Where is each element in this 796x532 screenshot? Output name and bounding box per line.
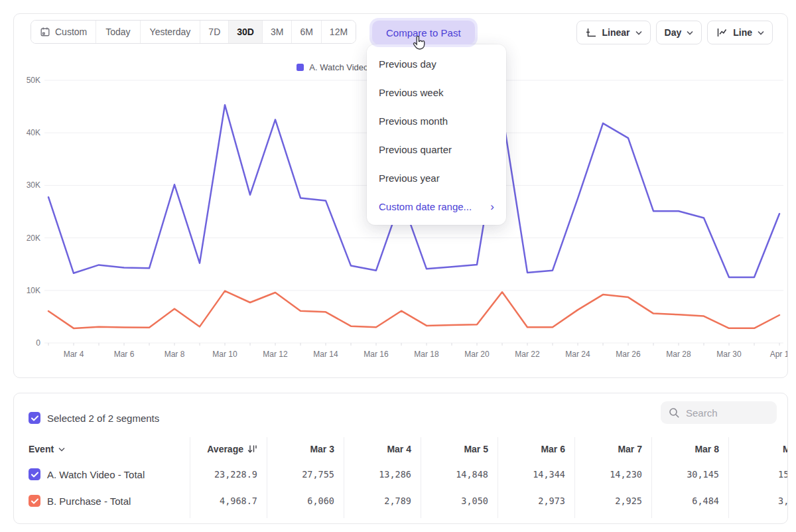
value-cell: 30,145 xyxy=(651,469,728,480)
value-cell: 27,755 xyxy=(267,469,344,480)
svg-text:Mar 8: Mar 8 xyxy=(165,350,185,359)
segments-table: Event Average Mar 3 Mar 4 Mar 5 Mar 6 xyxy=(14,437,788,514)
check-icon xyxy=(31,472,38,478)
date-column-header[interactable]: Mar 8 xyxy=(651,444,728,454)
date-range-control: Custom Today Yesterday 7D 30D 3M 6M 12M xyxy=(31,20,356,44)
value-cell: 14,848 xyxy=(421,469,498,480)
range-yesterday-button[interactable]: Yesterday xyxy=(140,21,200,43)
segments-card: Selected 2 of 2 segments Event xyxy=(13,393,788,524)
svg-text:Mar 22: Mar 22 xyxy=(515,350,540,359)
table-row-watch-video: A. Watch Video - Total 23,228.9 27,755 1… xyxy=(14,461,788,488)
date-column-header[interactable]: Mar 6 xyxy=(498,444,574,454)
value-cell: 2,789 xyxy=(344,496,421,506)
range-custom-button[interactable]: Custom xyxy=(31,21,96,43)
segment-cell: B. Purchase - Total xyxy=(14,495,190,507)
table-row-purchase: B. Purchase - Total 4,968.7 6,060 2,789 … xyxy=(14,488,788,514)
calendar-icon xyxy=(40,27,50,37)
svg-text:Mar 18: Mar 18 xyxy=(414,350,439,359)
linear-axis-icon xyxy=(585,27,597,38)
chevron-right-icon: › xyxy=(490,201,494,212)
chevron-down-icon xyxy=(635,31,642,35)
svg-text:Mar 4: Mar 4 xyxy=(64,350,84,359)
range-12m-button[interactable]: 12M xyxy=(321,21,356,43)
segment-checkbox[interactable] xyxy=(29,495,40,507)
svg-text:Mar 28: Mar 28 xyxy=(666,350,691,359)
svg-text:50K: 50K xyxy=(27,76,40,85)
chevron-down-icon xyxy=(58,447,65,452)
svg-text:Mar 16: Mar 16 xyxy=(364,350,389,359)
menu-item-previous-week[interactable]: Previous week xyxy=(367,78,506,107)
svg-text:Mar 20: Mar 20 xyxy=(464,350,490,359)
check-icon xyxy=(31,498,38,504)
date-column-header[interactable]: Mar 5 xyxy=(421,444,498,454)
compare-menu: Previous day Previous week Previous mont… xyxy=(367,44,506,225)
selected-summary: Selected 2 of 2 segments xyxy=(47,413,159,424)
legend-swatch-purple xyxy=(297,64,304,71)
search-icon xyxy=(669,407,680,419)
segment-cell: A. Watch Video - Total xyxy=(14,468,190,480)
svg-text:Mar 24: Mar 24 xyxy=(565,350,590,359)
chevron-down-icon xyxy=(687,31,693,35)
svg-text:Mar 12: Mar 12 xyxy=(263,350,288,359)
svg-text:20K: 20K xyxy=(27,233,40,243)
svg-text:10K: 10K xyxy=(27,286,40,295)
compare-to-past-button[interactable]: Compare to Past xyxy=(372,21,475,44)
svg-text:Mar 26: Mar 26 xyxy=(616,350,641,359)
average-value: 23,228.9 xyxy=(190,469,267,480)
value-cell: 2,925 xyxy=(574,496,651,506)
svg-text:40K: 40K xyxy=(27,128,40,137)
average-column-header[interactable]: Average xyxy=(190,444,267,454)
svg-text:Apr 1: Apr 1 xyxy=(770,350,787,359)
date-column-header[interactable]: M xyxy=(728,444,788,454)
sort-descending-icon xyxy=(247,444,257,454)
chart-display-controls: Linear Day Line xyxy=(576,21,773,44)
segment-name: A. Watch Video - Total xyxy=(47,469,145,480)
menu-item-previous-month[interactable]: Previous month xyxy=(367,107,506,135)
interval-dropdown[interactable]: Day xyxy=(656,21,702,44)
svg-text:Mar 6: Mar 6 xyxy=(114,350,135,359)
value-cell: 3, xyxy=(728,496,788,506)
date-column-header[interactable]: Mar 7 xyxy=(574,444,651,454)
range-3m-button[interactable]: 3M xyxy=(262,21,291,43)
segment-name: B. Purchase - Total xyxy=(47,496,131,507)
menu-item-previous-quarter[interactable]: Previous quarter xyxy=(367,135,506,164)
value-cell: 15, xyxy=(728,469,788,480)
chart-card: 010K20K30K40K50KMar 4Mar 6Mar 8Mar 10Mar… xyxy=(13,13,788,378)
menu-item-custom-date-range[interactable]: Custom date range... › xyxy=(367,192,506,221)
check-icon xyxy=(31,415,38,421)
menu-item-previous-day[interactable]: Previous day xyxy=(367,50,506,78)
table-header-row: Event Average Mar 3 Mar 4 Mar 5 Mar 6 xyxy=(14,437,788,461)
segment-checkbox[interactable] xyxy=(29,468,40,480)
value-cell: 3,050 xyxy=(421,496,498,506)
value-cell: 6,060 xyxy=(267,496,344,506)
date-column-header[interactable]: Mar 4 xyxy=(344,444,421,454)
value-cell: 13,286 xyxy=(344,469,421,480)
chart-type-dropdown[interactable]: Line xyxy=(707,21,773,44)
range-6m-button[interactable]: 6M xyxy=(291,21,320,43)
svg-text:30K: 30K xyxy=(27,180,40,190)
average-value: 4,968.7 xyxy=(190,496,267,506)
svg-text:Mar 10: Mar 10 xyxy=(212,350,237,359)
value-cell: 14,344 xyxy=(498,469,574,480)
range-7d-button[interactable]: 7D xyxy=(200,21,228,43)
value-cell: 6,484 xyxy=(651,496,728,506)
range-today-button[interactable]: Today xyxy=(96,21,139,43)
select-all-checkbox[interactable] xyxy=(29,412,40,424)
line-chart-icon xyxy=(716,27,728,38)
search-input[interactable] xyxy=(686,407,765,419)
date-column-header[interactable]: Mar 3 xyxy=(267,444,344,454)
svg-text:Mar 14: Mar 14 xyxy=(313,350,338,359)
search-box[interactable] xyxy=(661,401,777,424)
range-30d-button[interactable]: 30D xyxy=(228,21,262,43)
value-cell: 2,973 xyxy=(498,496,574,506)
menu-item-previous-year[interactable]: Previous year xyxy=(367,164,506,192)
value-cell: 14,230 xyxy=(574,469,651,480)
svg-text:0: 0 xyxy=(36,338,40,348)
chevron-down-icon xyxy=(758,31,764,35)
analytics-dashboard: 010K20K30K40K50KMar 4Mar 6Mar 8Mar 10Mar… xyxy=(0,0,796,532)
scale-dropdown[interactable]: Linear xyxy=(576,21,651,44)
svg-text:Mar 30: Mar 30 xyxy=(716,350,742,359)
event-column-header[interactable]: Event xyxy=(14,444,190,454)
